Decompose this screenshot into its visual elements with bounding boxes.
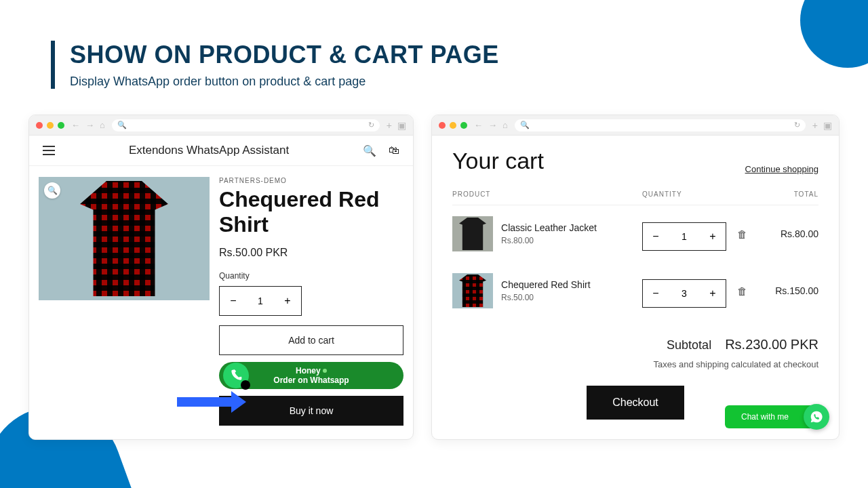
search-icon[interactable]: 🔍 (363, 144, 376, 157)
qty-plus-button[interactable]: + (700, 223, 726, 250)
col-product: PRODUCT (452, 190, 642, 198)
cart-row: Chequered Red Shirt Rs.50.00 − + 🗑 Rs.15… (452, 262, 818, 319)
qty-minus-button[interactable]: − (643, 223, 669, 250)
item-unit-price: Rs.50.00 (501, 293, 642, 302)
product-image[interactable]: 🔍 (39, 177, 210, 300)
whatsapp-agent-name: Honey (296, 366, 321, 375)
page-title: SHOW ON PRODUCT & CART PAGE (70, 41, 868, 69)
quantity-stepper: − + (219, 286, 302, 316)
online-dot-icon (323, 369, 327, 373)
callout-arrow (177, 391, 246, 413)
cart-columns-header: PRODUCT QUANTITY TOTAL (452, 190, 818, 205)
item-total: Rs.150.00 (757, 285, 818, 296)
product-price: Rs.50.00 PKR (219, 247, 403, 259)
back-icon[interactable]: ← (71, 120, 80, 130)
remove-item-button[interactable]: 🗑 (737, 228, 747, 240)
whatsapp-icon (223, 363, 249, 388)
qty-input[interactable] (669, 223, 700, 250)
col-quantity: QUANTITY (642, 190, 757, 198)
remove-item-button[interactable]: 🗑 (737, 285, 747, 297)
qty-input[interactable] (247, 287, 274, 315)
qty-input[interactable] (669, 280, 700, 307)
qty-minus-button[interactable]: − (643, 280, 669, 307)
shirt-graphic (80, 181, 168, 296)
forward-icon[interactable]: → (488, 120, 497, 130)
store-name: Extendons WhatsApp Assistant (129, 144, 289, 157)
search-icon: 🔍 (520, 121, 530, 129)
item-thumbnail[interactable] (452, 216, 493, 251)
forward-icon[interactable]: → (85, 120, 94, 130)
cart-row: Classic Leather Jacket Rs.80.00 − + 🗑 Rs… (452, 205, 818, 262)
page-header: SHOW ON PRODUCT & CART PAGE Display What… (0, 0, 868, 102)
refresh-icon[interactable]: ↻ (368, 121, 374, 129)
subtotal-value: Rs.230.00 PKR (725, 337, 818, 352)
buy-now-button[interactable]: Buy it now (219, 396, 403, 426)
cart-browser-window: ←→⌂ 🔍↻ +▣ Your cart Continue shopping PR… (431, 115, 840, 440)
product-browser-window: ←→⌂ 🔍↻ +▣ Extendons WhatsApp Assistant 🔍… (28, 115, 414, 440)
browser-chrome: ←→⌂ 🔍↻ +▣ (29, 115, 413, 136)
zoom-icon[interactable]: 🔍 (44, 182, 60, 199)
whatsapp-icon[interactable] (804, 404, 829, 430)
search-icon: 🔍 (117, 121, 127, 129)
product-title: Chequered Red Shirt (219, 187, 403, 237)
browser-nav: ←→⌂ (474, 120, 508, 130)
item-unit-price: Rs.80.00 (501, 236, 642, 245)
chat-widget[interactable]: Chat with me (725, 404, 829, 430)
tabs-icon[interactable]: ▣ (397, 120, 406, 131)
qty-plus-button[interactable]: + (274, 287, 301, 315)
tax-shipping-note: Taxes and shipping calculated at checkou… (452, 359, 818, 369)
chat-label[interactable]: Chat with me (725, 405, 816, 428)
cart-title: Your cart (452, 148, 544, 174)
new-tab-icon[interactable]: + (387, 120, 392, 131)
add-to-cart-button[interactable]: Add to cart (219, 325, 403, 355)
subtotal-label: Subtotal (667, 338, 711, 352)
whatsapp-cta-label: Order on Whatsapp (273, 375, 349, 385)
qty-minus-button[interactable]: − (220, 287, 247, 315)
menu-icon[interactable] (43, 146, 55, 155)
item-name: Chequered Red Shirt (501, 279, 642, 290)
traffic-lights (439, 122, 467, 129)
browser-chrome: ←→⌂ 🔍↻ +▣ (432, 115, 839, 136)
order-on-whatsapp-button[interactable]: Honey Order on Whatsapp (219, 362, 403, 389)
item-total: Rs.80.00 (757, 228, 818, 239)
checkout-button[interactable]: Checkout (587, 386, 684, 420)
page-subtitle: Display WhatsApp order button on product… (70, 75, 868, 89)
store-header: Extendons WhatsApp Assistant 🔍 🛍 (29, 136, 413, 166)
qty-plus-button[interactable]: + (700, 280, 726, 307)
browser-nav: ←→⌂ (71, 120, 105, 130)
tabs-icon[interactable]: ▣ (823, 120, 832, 131)
quantity-stepper: − + (642, 222, 726, 251)
quantity-label: Quantity (219, 271, 403, 281)
cart-icon[interactable]: 🛍 (389, 144, 399, 157)
address-bar[interactable]: 🔍↻ (515, 119, 806, 131)
traffic-lights (36, 122, 64, 129)
new-tab-icon[interactable]: + (812, 120, 818, 131)
item-thumbnail[interactable] (452, 273, 493, 308)
col-total: TOTAL (757, 190, 818, 198)
product-brand: PARTNERS-DEMO (219, 177, 403, 184)
home-icon[interactable]: ⌂ (502, 120, 508, 130)
address-bar[interactable]: 🔍↻ (112, 119, 380, 131)
home-icon[interactable]: ⌂ (100, 120, 105, 130)
refresh-icon[interactable]: ↻ (794, 121, 800, 129)
item-name: Classic Leather Jacket (501, 222, 642, 233)
continue-shopping-link[interactable]: Continue shopping (745, 164, 818, 174)
quantity-stepper: − + (642, 279, 726, 308)
back-icon[interactable]: ← (474, 120, 483, 130)
